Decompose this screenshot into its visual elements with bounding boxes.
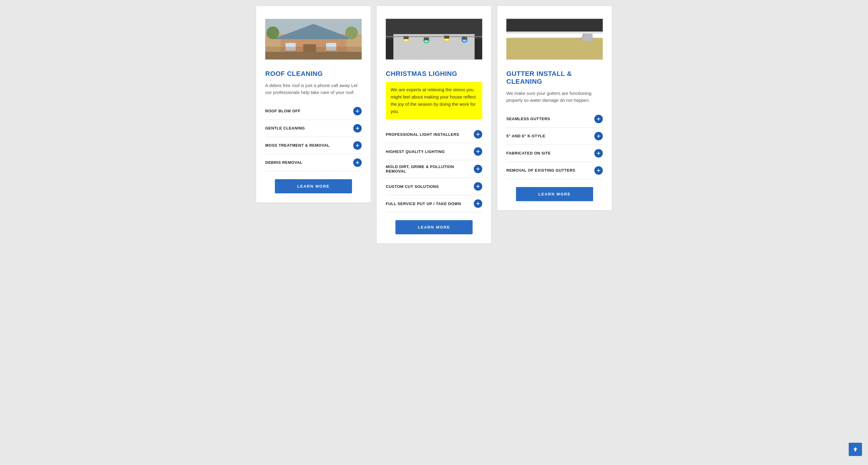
card-image-roof-cleaning bbox=[265, 15, 362, 63]
card-gutter-install: GUTTER INSTALL & CLEANINGWe make sure yo… bbox=[497, 6, 612, 210]
accordion-label: 5" AND 6" K-STYLE bbox=[506, 134, 545, 138]
card-description-roof-cleaning: A debris free roof is just a phone call … bbox=[265, 82, 362, 96]
accordion-label: HIGHEST QUALITY LIGHTING bbox=[386, 150, 445, 154]
accordion-label: CUSTOM CUT SOLUTIONS bbox=[386, 184, 439, 189]
accordion-label: MOSS TREATMENT & REMOVAL bbox=[265, 143, 330, 147]
accordion-item[interactable]: CUSTOM CUT SOLUTIONS bbox=[386, 178, 482, 195]
accordion-item[interactable]: MOLD DIRT, GRIME & POLLUTION REMOVAL bbox=[386, 160, 482, 178]
card-title-christmas-lighting: CHRISTMAS LIGHING bbox=[386, 70, 482, 78]
accordion-item[interactable]: FULL SERVICE PUT UP / TAKE DOWN bbox=[386, 195, 482, 212]
accordion-plus-icon[interactable] bbox=[474, 182, 482, 191]
accordion-item[interactable]: HIGHEST QUALITY LIGHTING bbox=[386, 143, 482, 160]
accordion-label: SEAMLESS GUTTERS bbox=[506, 117, 550, 121]
svg-rect-24 bbox=[424, 37, 429, 40]
accordion-plus-icon[interactable] bbox=[353, 107, 362, 115]
accordion-item[interactable]: 5" AND 6" K-STYLE bbox=[506, 128, 603, 145]
accordion-plus-icon[interactable] bbox=[353, 158, 362, 167]
accordion-label: PROFESSIONAL LIGHT INSTALLERS bbox=[386, 132, 459, 137]
page-container: ROOF CLEANINGA debris free roof is just … bbox=[0, 0, 868, 250]
svg-rect-31 bbox=[506, 32, 603, 34]
accordion-item[interactable]: ROOF BLOW OFF bbox=[265, 103, 362, 120]
accordion-item[interactable]: FABRICATED ON SITE bbox=[506, 145, 603, 162]
accordion-item[interactable]: REMOVAL OF EXISTING GUTTERS bbox=[506, 162, 603, 179]
learn-more-button-roof-cleaning[interactable]: LEARN MORE bbox=[275, 179, 352, 193]
learn-more-button-christmas-lighting[interactable]: LEARN MORE bbox=[396, 220, 472, 234]
accordion-item[interactable]: PROFESSIONAL LIGHT INSTALLERS bbox=[386, 126, 482, 143]
accordion-plus-icon[interactable] bbox=[594, 149, 603, 158]
accordion-item[interactable]: DEBRIS REMOVAL bbox=[265, 154, 362, 171]
accordion-plus-icon[interactable] bbox=[353, 124, 362, 133]
accordion-label: REMOVAL OF EXISTING GUTTERS bbox=[506, 168, 575, 173]
card-roof-cleaning: ROOF CLEANINGA debris free roof is just … bbox=[256, 6, 371, 202]
accordion-item[interactable]: MOSS TREATMENT & REMOVAL bbox=[265, 137, 362, 154]
card-description-gutter-install: We make sure your gutters are functionin… bbox=[506, 90, 603, 104]
svg-rect-10 bbox=[265, 47, 362, 59]
card-image-gutter-install bbox=[506, 15, 603, 63]
accordion-plus-icon[interactable] bbox=[474, 199, 482, 208]
accordion-plus-icon[interactable] bbox=[594, 166, 603, 175]
svg-point-9 bbox=[345, 27, 358, 39]
accordion-item[interactable]: SEAMLESS GUTTERS bbox=[506, 110, 603, 128]
svg-rect-23 bbox=[404, 36, 409, 39]
accordion-label: GENTLE CLEANING bbox=[265, 126, 305, 130]
accordion-plus-icon[interactable] bbox=[474, 130, 482, 138]
card-title-gutter-install: GUTTER INSTALL & CLEANING bbox=[506, 70, 603, 86]
accordion-plus-icon[interactable] bbox=[474, 147, 482, 156]
accordion-plus-icon[interactable] bbox=[353, 141, 362, 150]
card-title-roof-cleaning: ROOF CLEANING bbox=[265, 70, 362, 78]
accordion-label: MOLD DIRT, GRIME & POLLUTION REMOVAL bbox=[386, 164, 474, 173]
accordion-label: FULL SERVICE PUT UP / TAKE DOWN bbox=[386, 201, 461, 206]
svg-point-8 bbox=[267, 27, 279, 39]
svg-rect-25 bbox=[444, 36, 450, 38]
accordion-plus-icon[interactable] bbox=[594, 115, 603, 123]
svg-rect-26 bbox=[462, 37, 467, 40]
accordion-plus-icon[interactable] bbox=[594, 132, 603, 140]
accordion-item[interactable]: GENTLE CLEANING bbox=[265, 120, 362, 137]
card-image-christmas-lighting bbox=[386, 15, 482, 63]
accordion-label: FABRICATED ON SITE bbox=[506, 151, 551, 156]
accordion-label: ROOF BLOW OFF bbox=[265, 109, 301, 113]
card-description-christmas-lighting: We are experts at relieving the stress y… bbox=[386, 82, 482, 119]
learn-more-button-gutter-install[interactable]: LEARN MORE bbox=[516, 187, 593, 201]
accordion-plus-icon[interactable] bbox=[474, 165, 482, 173]
card-christmas-lighting: CHRISTMAS LIGHINGWe are experts at relie… bbox=[377, 6, 491, 243]
accordion-label: DEBRIS REMOVAL bbox=[265, 160, 303, 165]
scroll-to-top-button[interactable] bbox=[849, 443, 862, 456]
